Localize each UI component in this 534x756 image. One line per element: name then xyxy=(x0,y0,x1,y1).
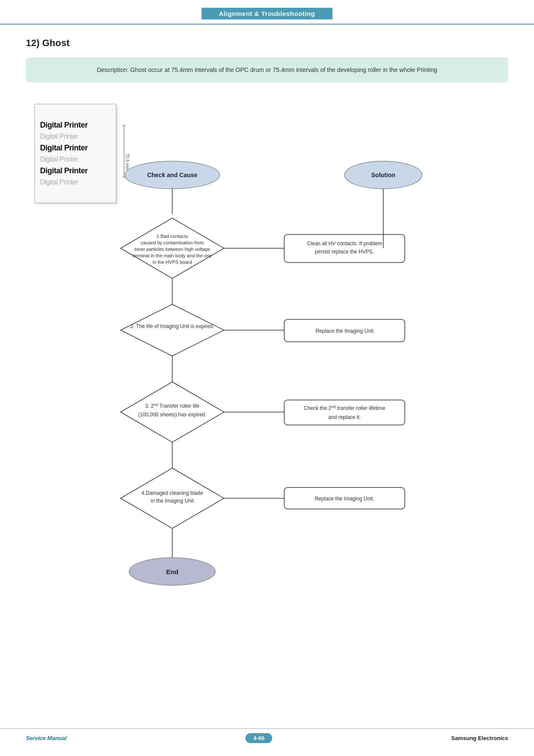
svg-text:persist replace the HVPS.: persist replace the HVPS. xyxy=(315,249,374,255)
svg-text:End: End xyxy=(166,568,178,575)
svg-text:Check and Cause: Check and Cause xyxy=(147,172,198,178)
svg-text:(100,000 sheets) has expired.: (100,000 sheets) has expired. xyxy=(138,412,207,418)
header-title: Alignment & Troubleshooting xyxy=(202,8,332,19)
svg-rect-30 xyxy=(284,400,405,425)
section-title: 12) Ghost xyxy=(26,37,534,49)
svg-text:1.Bad contacts: 1.Bad contacts xyxy=(157,234,188,239)
flowchart-svg: 75.5 mm Check and Cause Solution 1.Bad c… xyxy=(17,95,517,634)
svg-text:Replace the Imaging Unit: Replace the Imaging Unit xyxy=(316,328,374,334)
svg-text:Solution: Solution xyxy=(371,172,395,178)
page-header: Alignment & Troubleshooting xyxy=(0,0,534,25)
flowchart: Digital Printer Digital Printer Digital … xyxy=(17,95,517,634)
svg-text:2. The life of Imaging Unit is: 2. The life of Imaging Unit is expired. xyxy=(130,323,214,329)
svg-text:toner particles between high v: toner particles between high voltage xyxy=(134,247,210,252)
svg-marker-20 xyxy=(121,304,224,356)
footer-service-manual: Service Manual xyxy=(26,735,67,741)
footer-company: Samsung Electronics xyxy=(451,735,508,741)
svg-text:terminal in the main body and : terminal in the main body and the one xyxy=(133,253,212,258)
footer-page-number: 4-66 xyxy=(245,733,272,743)
svg-text:and replace it.: and replace it. xyxy=(328,414,360,420)
svg-text:4.Damaged cleaning blade: 4.Damaged cleaning blade xyxy=(142,490,203,496)
svg-text:Clean all HV contacts. If prob: Clean all HV contacts. If problem xyxy=(307,241,382,247)
svg-text:caused by contamination from: caused by contamination from xyxy=(141,240,204,245)
svg-text:Check the 2nd transfer roller : Check the 2nd transfer roller lifetime xyxy=(304,405,385,411)
svg-text:in the Imaging Unit: in the Imaging Unit xyxy=(151,498,194,504)
description-box: Description: Ghost occur at 75.4mm inter… xyxy=(26,57,508,82)
svg-text:3. 2nd Transfer roller life: 3. 2nd Transfer roller life xyxy=(145,403,199,409)
description-text: Description: Ghost occur at 75.4mm inter… xyxy=(97,66,438,73)
svg-text:Replace the Imaging Unit.: Replace the Imaging Unit. xyxy=(315,496,374,502)
page-footer: Service Manual 4-66 Samsung Electronics xyxy=(0,728,534,747)
svg-text:75.5 mm: 75.5 mm xyxy=(125,153,130,170)
main-content: Digital Printer Digital Printer Digital … xyxy=(0,95,534,634)
svg-text:in the HVPS board: in the HVPS board xyxy=(152,259,192,265)
